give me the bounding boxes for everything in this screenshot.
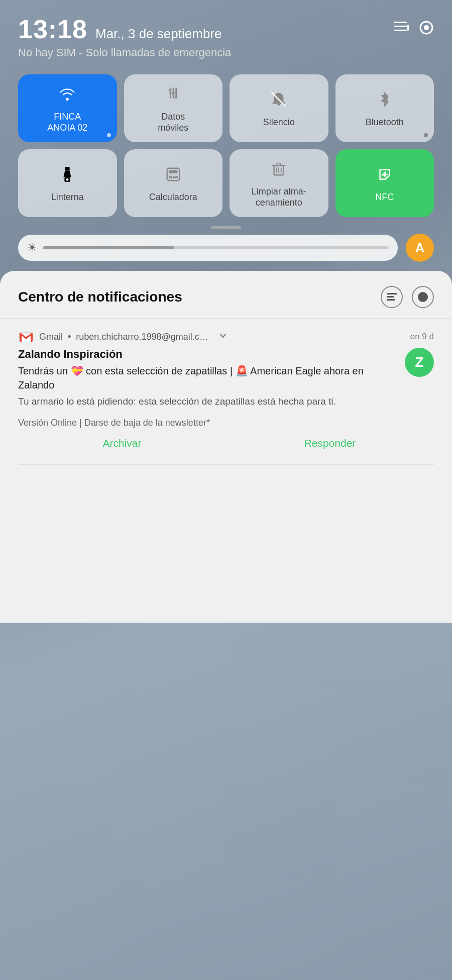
svg-rect-27 <box>387 293 397 295</box>
notification-card[interactable]: Gmail • ruben.chicharro.1998@gmail.c… en… <box>0 319 452 459</box>
bluetooth-icon <box>376 91 393 112</box>
tile-wifi-dot <box>107 133 111 137</box>
date-label: Mar., 3 de septiembre <box>95 26 221 42</box>
nc-close-button[interactable] <box>412 286 434 308</box>
user-avatar-letter: A <box>415 240 425 256</box>
notif-subject: Tendrás un 💝 con esta selección de zapat… <box>18 364 397 392</box>
svg-rect-3 <box>407 25 409 31</box>
clock: 13:18 <box>18 14 87 44</box>
tile-wifi[interactable]: FINCA ANOIA 02 <box>18 74 117 142</box>
svg-marker-10 <box>64 170 71 177</box>
tile-silence-label: Silencio <box>263 117 295 128</box>
notif-avatar-letter: Z <box>415 354 423 370</box>
notif-email: ruben.chicharro.1998@gmail.c… <box>76 332 208 342</box>
notif-divider <box>18 464 434 465</box>
tiles-grid: FINCA ANOIA 02 Datos móviles <box>18 74 434 217</box>
svg-rect-14 <box>169 170 177 173</box>
status-icons <box>394 20 434 39</box>
tile-clear-storage-label: Limpiar alma- cenamiento <box>252 186 306 208</box>
gmail-icon <box>18 329 34 345</box>
notif-actions-row: Archivar Responder <box>18 432 434 454</box>
sim-status: No hay SIM - Solo llamadas de emergencia <box>18 46 434 59</box>
tile-mobile-data[interactable]: Datos móviles <box>124 74 223 142</box>
quick-tiles-section: FINCA ANOIA 02 Datos móviles <box>0 64 452 217</box>
svg-point-12 <box>66 178 69 181</box>
svg-rect-29 <box>387 299 395 301</box>
notif-sender: Zalando Inspiración <box>18 348 397 361</box>
svg-rect-13 <box>167 168 179 181</box>
tile-wifi-label: FINCA ANOIA 02 <box>47 112 87 133</box>
svg-rect-0 <box>394 22 407 23</box>
svg-rect-23 <box>277 163 281 166</box>
wifi-icon <box>59 85 76 107</box>
mobile-data-icon <box>165 85 182 107</box>
nc-header: Centro de notificaciones <box>0 286 452 319</box>
scroll-bar <box>211 226 241 229</box>
tile-bluetooth-label: Bluetooth <box>366 117 404 128</box>
time-date-group: 13:18 Mar., 3 de septiembre <box>18 14 221 44</box>
notif-body: Zalando Inspiración Tendrás un 💝 con est… <box>18 348 434 409</box>
notification-center: Centro de notificaciones <box>0 271 452 623</box>
trash-icon <box>270 160 287 181</box>
tile-flashlight[interactable]: Linterna <box>18 149 117 217</box>
status-bar: 13:18 Mar., 3 de septiembre No hay SIM -… <box>0 0 452 64</box>
notif-expand-icon[interactable] <box>218 331 228 343</box>
svg-rect-2 <box>394 30 407 31</box>
tile-silence[interactable]: Silencio <box>230 74 328 142</box>
tile-flashlight-label: Linterna <box>51 192 84 203</box>
tile-bluetooth-dot <box>424 133 428 137</box>
svg-point-5 <box>424 25 429 30</box>
notif-avatar: Z <box>405 348 434 377</box>
nc-list-button[interactable] <box>381 286 403 308</box>
notif-separator: • <box>68 332 71 342</box>
menu-lines-icon[interactable] <box>394 21 409 37</box>
svg-rect-28 <box>387 296 394 298</box>
notif-preview: Tu armario lo está pidiendo: esta selecc… <box>18 395 397 409</box>
tile-clear-storage[interactable]: Limpiar alma- cenamiento <box>230 149 328 217</box>
notif-reply-button[interactable]: Responder <box>226 432 434 454</box>
svg-rect-1 <box>394 26 409 27</box>
bell-off-icon <box>270 91 287 112</box>
settings-icon[interactable] <box>419 20 434 39</box>
notif-app-name: Gmail <box>39 332 63 342</box>
notif-content: Zalando Inspiración Tendrás un 💝 con est… <box>18 348 397 409</box>
user-avatar[interactable]: A <box>406 234 434 262</box>
brightness-slider[interactable]: ☀ <box>18 235 398 261</box>
nc-title: Centro de notificaciones <box>18 289 182 305</box>
nfc-icon <box>376 166 393 187</box>
notif-header-row: Gmail • ruben.chicharro.1998@gmail.c… en… <box>18 329 434 345</box>
nc-actions <box>381 286 434 308</box>
brightness-icon: ☀ <box>27 241 37 254</box>
calculator-icon <box>165 166 182 187</box>
brightness-fill <box>43 246 174 249</box>
tile-nfc[interactable]: NFC <box>335 149 434 217</box>
scroll-indicator <box>0 226 452 229</box>
notif-footer-text: Versión Online | Darse de baja de la new… <box>18 418 434 428</box>
notif-app-row: Gmail • ruben.chicharro.1998@gmail.c… <box>18 329 410 345</box>
tile-mobile-data-label: Datos móviles <box>158 112 188 133</box>
brightness-track[interactable] <box>43 246 389 249</box>
notif-time: en 9 d <box>410 332 434 342</box>
tile-calculator-label: Calculadora <box>149 192 197 203</box>
svg-rect-9 <box>65 167 70 171</box>
tile-calculator[interactable]: Calculadora <box>124 149 223 217</box>
tile-bluetooth[interactable]: Bluetooth <box>335 74 434 142</box>
flashlight-icon <box>59 166 76 187</box>
notif-archive-button[interactable]: Archivar <box>18 432 226 454</box>
brightness-row: ☀ A <box>18 234 434 262</box>
tile-nfc-label: NFC <box>375 192 394 203</box>
